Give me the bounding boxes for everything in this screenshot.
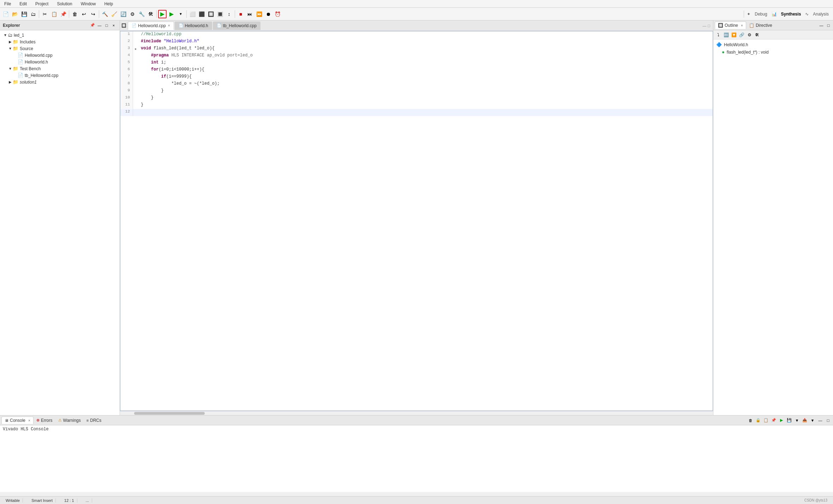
editor-window-restore[interactable]: 🔲 (121, 23, 126, 28)
copy-button[interactable]: 📋 (50, 10, 58, 18)
settings1-button[interactable]: ⚙ (128, 10, 137, 18)
collapse-all-btn[interactable]: ⤵ (715, 31, 722, 38)
console-minimize-btn[interactable]: — (817, 417, 824, 424)
split-v-button[interactable]: ⬛ (197, 10, 206, 18)
run-highlighted-button[interactable]: ▶ (158, 10, 167, 18)
tab-outline[interactable]: 🔲 Outline × (715, 22, 746, 29)
tree-item-includes[interactable]: ▶ 📁 Includes (0, 38, 120, 45)
perspective-analysis[interactable]: Analysis (810, 11, 832, 18)
gear-rp-btn[interactable]: 🛠 (754, 31, 761, 38)
explorer-minimize-btn[interactable]: — (96, 22, 103, 29)
editor-tab-tb-cpp[interactable]: 📄 tb_Helloworld.cpp (213, 22, 260, 30)
skip-button[interactable]: ⏩ (255, 10, 263, 18)
sort-alpha-btn[interactable]: 🔤 (723, 31, 730, 38)
redo-button[interactable]: ↪ (89, 10, 97, 18)
editor-tab-helloworld-cpp[interactable]: 📄 Helloworld.cpp × (128, 22, 174, 30)
console-export-btn[interactable]: 📤 (801, 417, 808, 424)
outline-item-flash-led[interactable]: ● flash_led(led_t*) : void (715, 48, 832, 56)
editor-hscroll[interactable] (120, 411, 713, 415)
console-lock-btn[interactable]: 🔒 (755, 417, 762, 424)
restore-button[interactable]: ↕ (225, 10, 233, 18)
delete-button[interactable]: 🗑 (71, 10, 79, 18)
link-btn[interactable]: 🔗 (738, 31, 745, 38)
console-title: Vivado HLS Console (3, 427, 830, 432)
console-clear-btn[interactable]: 🗑 (747, 417, 754, 424)
maximize-button[interactable]: 🔲 (206, 10, 215, 18)
menu-edit[interactable]: Edit (18, 1, 28, 7)
file-icon-helloworld-cpp: 📄 (18, 53, 23, 58)
step-button[interactable]: ⏭ (246, 10, 254, 18)
tree-item-tb-cpp[interactable]: 📄 tb_Helloworld.cpp (0, 72, 120, 79)
tree-item-helloworld-cpp[interactable]: 📄 Helloworld.cpp (0, 52, 120, 59)
stop-button[interactable]: ■ (236, 10, 245, 18)
record-button[interactable]: ⏺ (264, 10, 272, 18)
outline-item-helloworld-h[interactable]: 🔷 HelloWorld.h (715, 41, 832, 48)
console-save-btn[interactable]: 💾 (786, 417, 793, 424)
console-paste-btn[interactable]: 📌 (770, 417, 777, 424)
paste-button[interactable]: 📌 (59, 10, 67, 18)
right-panel-max-btn[interactable]: □ (825, 22, 832, 29)
minimize2-button[interactable]: 🔳 (216, 10, 224, 18)
settings-rp-btn[interactable]: ⚙ (746, 31, 753, 38)
toggle-source[interactable]: ▼ (8, 47, 13, 50)
tree-item-solution1[interactable]: ▶ 📁 solution1 (0, 79, 120, 85)
menu-file[interactable]: File (3, 1, 12, 7)
editor-tab-helloworld-h[interactable]: 📄 Helloworld.h (175, 22, 212, 30)
toggle-led1[interactable]: ▼ (3, 33, 8, 37)
console-copy-btn[interactable]: 📋 (762, 417, 769, 424)
menu-window[interactable]: Window (79, 1, 97, 7)
toggle-solution1[interactable]: ▶ (8, 80, 13, 84)
perspective-synthesis[interactable]: Synthesis (778, 11, 804, 18)
toggle-testbench[interactable]: ▼ (8, 67, 13, 71)
explorer-close-btn[interactable]: × (110, 22, 117, 29)
open-button[interactable]: 📂 (11, 10, 19, 18)
perspective-debug[interactable]: Debug (752, 11, 770, 18)
cut-button[interactable]: ✂ (41, 10, 49, 18)
outline-tab-close[interactable]: × (741, 24, 743, 28)
explorer-pin-btn[interactable]: 📌 (89, 22, 96, 29)
settings3-button[interactable]: 🛠 (146, 10, 155, 18)
tree-item-source[interactable]: ▼ 📁 Source (0, 45, 120, 52)
menu-project[interactable]: Project (34, 1, 50, 7)
refresh-button[interactable]: 🔄 (119, 10, 127, 18)
menu-solution[interactable]: Solution (55, 1, 73, 7)
console-maximize-btn[interactable]: □ (825, 417, 832, 424)
clean-button[interactable]: 🧹 (110, 10, 118, 18)
new-button[interactable]: 📄 (1, 10, 10, 18)
tab-directive[interactable]: 📋 Directive (746, 22, 775, 29)
undo-button[interactable]: ↩ (80, 10, 88, 18)
editor-max-btn[interactable]: □ (708, 24, 710, 28)
tree-item-testbench[interactable]: ▼ 📁 Test Bench (0, 65, 120, 72)
console-tab-errors[interactable]: ⊗ Errors (34, 417, 55, 424)
run-dropdown-button[interactable]: ▼ (176, 10, 185, 18)
toggle-includes[interactable]: ▶ (8, 40, 13, 44)
code-editor[interactable]: 1 //Helloworld.cpp 2 #include "HelloWorl… (120, 31, 713, 411)
split-h-button[interactable]: ⬜ (188, 10, 197, 18)
right-panel-toolbar: ⤵ 🔤 🔽 🔗 ⚙ 🛠 (713, 30, 833, 40)
filter-btn[interactable]: 🔽 (730, 31, 737, 38)
console-tab-console[interactable]: 🖥 Console × (1, 417, 34, 424)
console-tab-warnings[interactable]: ⚠ Warnings (55, 417, 84, 424)
run-button[interactable]: ▶ (167, 10, 176, 18)
outline-func-icon: ● (722, 49, 725, 55)
build-button[interactable]: 🔨 (101, 10, 109, 18)
console-tab-drcs[interactable]: ≡ DRCs (84, 417, 104, 424)
right-panel-min-btn[interactable]: — (818, 22, 825, 29)
console-close-btn[interactable]: × (28, 419, 30, 423)
save-all-button[interactable]: 🗂 (29, 10, 37, 18)
console-content[interactable]: Vivado HLS Console (0, 425, 833, 492)
save-button[interactable]: 💾 (20, 10, 28, 18)
tree-item-helloworld-h[interactable]: 📄 Helloworld.h (0, 59, 120, 65)
tree-item-led1[interactable]: ▼ 🗂 led_1 (0, 32, 120, 38)
tab-close-cpp[interactable]: × (168, 24, 170, 28)
editor-min-btn[interactable]: — (702, 24, 706, 28)
settings2-button[interactable]: 🔧 (137, 10, 146, 18)
schedule-button[interactable]: ⏰ (273, 10, 282, 18)
console-save-dropdown[interactable]: ▼ (793, 417, 801, 424)
console-tabs: 🖥 Console × ⊗ Errors ⚠ Warnings ≡ DRCs 🗑… (0, 415, 833, 425)
console-export-dropdown[interactable]: ▼ (809, 417, 816, 424)
menu-help[interactable]: Help (103, 1, 114, 7)
console-hscroll[interactable] (0, 492, 833, 496)
explorer-maximize-btn[interactable]: □ (103, 22, 110, 29)
console-run-btn[interactable]: ▶ (778, 417, 785, 424)
